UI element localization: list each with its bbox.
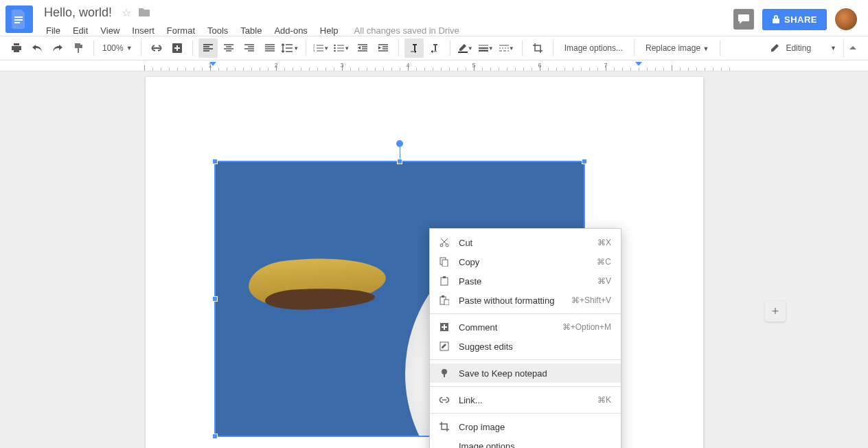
hide-menus-button[interactable] <box>843 39 861 57</box>
align-left-button[interactable] <box>198 38 218 58</box>
svg-rect-10 <box>458 52 468 53</box>
folder-icon[interactable] <box>138 8 150 17</box>
menu-file[interactable]: File <box>41 23 65 38</box>
menu-table[interactable]: Table <box>236 23 266 38</box>
ctx-label: Image options... <box>459 441 611 449</box>
ruler-label: 7 <box>604 62 607 69</box>
ctx-crop-image[interactable]: Crop image <box>430 417 621 436</box>
ruler-label: 3 <box>340 62 343 69</box>
bulleted-list-button[interactable]: ▼ <box>332 38 352 58</box>
crop-button[interactable] <box>528 38 547 58</box>
resize-handle-tr[interactable] <box>582 159 587 164</box>
rtl-button[interactable] <box>425 38 444 58</box>
ctx-suggest-edits[interactable]: Suggest edits <box>430 337 621 356</box>
align-center-button[interactable] <box>219 38 238 58</box>
menu-format[interactable]: Format <box>162 23 200 38</box>
svg-rect-1 <box>14 19 23 21</box>
svg-rect-18 <box>442 295 444 298</box>
ctx-label: Crop image <box>459 422 611 432</box>
line-spacing-button[interactable]: ▼ <box>281 38 300 58</box>
align-justify-button[interactable] <box>260 38 279 58</box>
show-comments-button[interactable] <box>733 9 754 30</box>
ctx-label: Link... <box>459 395 589 405</box>
ctx-label: Cut <box>459 238 589 248</box>
share-button[interactable]: SHARE <box>762 9 827 30</box>
ctx-label: Save to Keep notepad <box>459 368 611 379</box>
menu-add-ons[interactable]: Add-ons <box>269 23 312 38</box>
menu-edit[interactable]: Edit <box>68 23 93 38</box>
resize-handle-bl[interactable] <box>212 434 218 439</box>
ctx-cut[interactable]: Cut⌘X <box>430 233 621 252</box>
svg-point-12 <box>446 244 448 247</box>
numbered-list-button[interactable]: 123▼ <box>312 38 331 58</box>
account-avatar[interactable] <box>835 8 857 30</box>
menubar: FileEditViewInsertFormatToolsTableAdd-on… <box>41 22 733 38</box>
ctx-label: Comment <box>459 322 554 333</box>
horizontal-ruler[interactable]: 1234567 <box>0 60 868 71</box>
ctx-paste[interactable]: Paste⌘V <box>430 271 621 291</box>
insert-comment-button[interactable] <box>168 38 187 58</box>
ctx-paste-without-formatting[interactable]: Paste without formatting⌘+Shift+V <box>430 291 621 310</box>
menu-insert[interactable]: Insert <box>127 23 159 38</box>
ctx-label: Suggest edits <box>459 341 611 352</box>
ctx-link[interactable]: Link...⌘K <box>430 390 621 410</box>
ctx-comment[interactable]: Comment⌘+Option+M <box>430 317 621 337</box>
star-icon[interactable]: ☆ <box>122 6 131 19</box>
svg-point-7 <box>334 45 336 47</box>
svg-rect-16 <box>443 276 446 278</box>
svg-text:3: 3 <box>313 49 315 52</box>
lock-icon <box>772 14 780 24</box>
resize-handle-tl[interactable] <box>212 159 218 164</box>
svg-point-9 <box>334 50 336 52</box>
save-status: All changes saved in Drive <box>354 25 459 36</box>
decrease-indent-button[interactable] <box>353 38 372 58</box>
share-label: SHARE <box>784 14 817 25</box>
insert-link-button[interactable] <box>147 38 166 58</box>
docs-logo[interactable] <box>5 5 33 33</box>
cut-icon <box>438 238 450 247</box>
ruler-label: 5 <box>472 62 475 69</box>
paint-format-button[interactable] <box>69 38 88 58</box>
svg-point-22 <box>442 369 447 374</box>
image-options-button[interactable]: Image options... <box>559 43 628 53</box>
print-button[interactable] <box>7 38 26 58</box>
ctx-save-to-keep-notepad[interactable]: Save to Keep notepad <box>430 363 621 383</box>
mode-dropdown[interactable]: Editing ▼ <box>765 43 842 53</box>
svg-point-11 <box>440 244 443 247</box>
crop-icon <box>438 422 450 432</box>
svg-rect-14 <box>442 260 448 267</box>
ctx-shortcut: ⌘V <box>597 276 611 286</box>
rotate-handle[interactable] <box>396 140 403 147</box>
svg-rect-15 <box>441 278 448 285</box>
menu-help[interactable]: Help <box>315 23 343 38</box>
resize-handle-ml[interactable] <box>212 296 218 302</box>
pencil-icon <box>770 43 780 53</box>
resize-handle-mt[interactable] <box>397 159 402 164</box>
ruler-label: 2 <box>274 62 277 69</box>
increase-indent-button[interactable] <box>374 38 393 58</box>
ctx-image-options[interactable]: Image options... <box>430 436 621 448</box>
border-dash-button[interactable]: ▼ <box>497 38 516 58</box>
link-icon <box>438 396 450 403</box>
ctx-shortcut: ⌘X <box>597 238 611 247</box>
document-canvas[interactable]: + Cut⌘XCopy⌘CPaste⌘VPaste without format… <box>0 71 868 448</box>
ltr-button[interactable] <box>404 38 424 58</box>
border-color-button[interactable]: ▼ <box>456 38 475 58</box>
svg-rect-23 <box>444 374 445 377</box>
ctx-label: Paste without formatting <box>459 295 563 306</box>
ctx-label: Paste <box>459 276 589 287</box>
ctx-shortcut: ⌘+Option+M <box>562 322 611 332</box>
align-right-button[interactable] <box>240 38 259 58</box>
menu-view[interactable]: View <box>95 23 124 38</box>
redo-button[interactable] <box>48 38 67 58</box>
replace-image-button[interactable]: Replace image ▼ <box>640 43 714 53</box>
menu-tools[interactable]: Tools <box>203 23 233 38</box>
undo-button[interactable] <box>27 38 47 58</box>
zoom-dropdown[interactable]: 100%▼ <box>100 43 135 53</box>
border-weight-button[interactable]: ▼ <box>477 38 496 58</box>
ctx-shortcut: ⌘C <box>597 257 611 267</box>
explore-button[interactable]: + <box>765 301 786 322</box>
context-menu: Cut⌘XCopy⌘CPaste⌘VPaste without formatti… <box>429 228 621 448</box>
ctx-copy[interactable]: Copy⌘C <box>430 252 621 271</box>
document-title[interactable]: Hello, world! <box>41 5 115 20</box>
